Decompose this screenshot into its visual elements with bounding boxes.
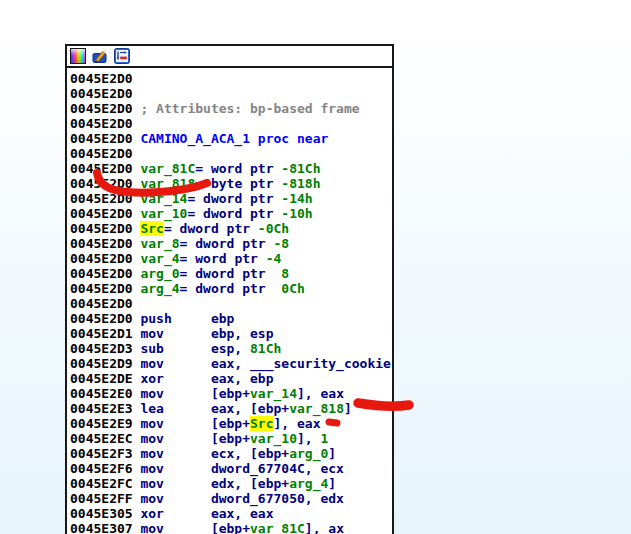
asm-token: xor eax, ebp [140, 371, 273, 386]
asm-line[interactable]: 0045E2EC mov [ebp+var_10], 1 [70, 431, 392, 446]
asm-token: = dword ptr [180, 281, 282, 296]
asm-line[interactable]: 0045E2E9 mov [ebp+Src], eax [70, 416, 392, 431]
asm-line[interactable]: 0045E2D0 var_818= byte ptr -818h [70, 176, 392, 191]
asm-line[interactable]: 0045E2D0 CAMINO_A_ACA_1 proc near [70, 131, 392, 146]
asm-address: 0045E2D0 [70, 281, 140, 296]
asm-token: Src [140, 221, 163, 236]
asm-address: 0045E2F6 [70, 461, 140, 476]
asm-token: var_4 [140, 251, 179, 266]
asm-line[interactable]: 0045E2D1 mov ebp, esp [70, 326, 392, 341]
asm-token: = dword ptr [187, 206, 281, 221]
asm-address: 0045E2FC [70, 476, 140, 491]
asm-token: mov [ebp+ [140, 416, 250, 431]
asm-token: push ebp [140, 311, 234, 326]
asm-token: lea eax, [ebp+ [140, 401, 289, 416]
asm-address: 0045E2D0 [70, 206, 140, 221]
jump-arrows-icon[interactable] [114, 48, 130, 64]
asm-line[interactable]: 0045E2E0 mov [ebp+var_14], eax [70, 386, 392, 401]
asm-token: mov edx, [ebp+ [140, 476, 289, 491]
asm-line[interactable]: 0045E2D0 [70, 116, 392, 131]
asm-token: = word ptr [180, 251, 266, 266]
asm-token: = dword ptr [187, 191, 281, 206]
asm-address: 0045E2D0 [70, 146, 140, 161]
asm-token: arg_4 [140, 281, 179, 296]
desktop-background: { "palette": { "window_bg": "#ffffff", "… [0, 0, 631, 534]
asm-address: 0045E2D9 [70, 356, 140, 371]
asm-line[interactable]: 0045E2D3 sub esp, 81Ch [70, 341, 392, 356]
asm-token: var_81C [140, 161, 195, 176]
asm-token: ], [297, 431, 320, 446]
asm-token: ], eax [274, 416, 321, 431]
asm-line[interactable]: 0045E2D0 arg_0= dword ptr 8 [70, 266, 392, 281]
asm-token: mov [ebp+ [140, 521, 250, 534]
asm-address: 0045E2D0 [70, 86, 140, 101]
asm-line[interactable]: 0045E2D0 [70, 86, 392, 101]
asm-token: var_818 [289, 401, 344, 416]
asm-token: -4 [266, 251, 282, 266]
asm-token: sub esp, [140, 341, 250, 356]
asm-token: var_14 [250, 386, 297, 401]
asm-address: 0045E307 [70, 521, 140, 534]
asm-token: mov ebp, esp [140, 326, 273, 341]
asm-token: -10h [281, 206, 312, 221]
asm-token: CAMINO_A_ACA_1 proc near [140, 131, 328, 146]
asm-line[interactable]: 0045E2E3 lea eax, [ebp+var_818] [70, 401, 392, 416]
asm-token: = dword ptr [180, 266, 282, 281]
asm-token: var_818 [140, 176, 195, 191]
asm-token: -14h [281, 191, 312, 206]
asm-token: ], eax [297, 386, 344, 401]
asm-line[interactable]: 0045E2D0 var_10= dword ptr -10h [70, 206, 392, 221]
asm-address: 0045E2D0 [70, 71, 140, 86]
asm-line[interactable]: 0045E2D0 [70, 146, 392, 161]
asm-line[interactable]: 0045E2D0 push ebp [70, 311, 392, 326]
asm-line[interactable]: 0045E2FF mov dword_677050, edx [70, 491, 392, 506]
asm-line[interactable]: 0045E2D0 var_8= dword ptr -8 [70, 236, 392, 251]
asm-address: 0045E2D0 [70, 266, 140, 281]
asm-line[interactable]: 0045E2D0 arg_4= dword ptr 0Ch [70, 281, 392, 296]
asm-token: mov ecx, [ebp+ [140, 446, 289, 461]
asm-line[interactable]: 0045E2F6 mov dword_67704C, ecx [70, 461, 392, 476]
asm-line[interactable]: 0045E2D0 [70, 296, 392, 311]
asm-address: 0045E2D0 [70, 191, 140, 206]
asm-address: 0045E2D0 [70, 221, 140, 236]
window-toolbar [67, 46, 392, 68]
asm-address: 0045E2D1 [70, 326, 140, 341]
asm-line[interactable]: 0045E2FC mov edx, [ebp+arg_4] [70, 476, 392, 491]
asm-address: 0045E2E0 [70, 386, 140, 401]
asm-address: 0045E2F3 [70, 446, 140, 461]
asm-token: mov dword_677050, edx [140, 491, 344, 506]
asm-token: arg_4 [289, 476, 328, 491]
asm-token: var_8 [140, 236, 179, 251]
asm-line[interactable]: 0045E2D0 var_4= word ptr -4 [70, 251, 392, 266]
asm-line[interactable]: 0045E307 mov [ebp+var_81C], ax [70, 521, 392, 534]
asm-address: 0045E2D0 [70, 131, 140, 146]
asm-address: 0045E2D0 [70, 251, 140, 266]
asm-token: -818h [281, 176, 320, 191]
asm-token: = dword ptr [180, 236, 274, 251]
asm-address: 0045E2D3 [70, 341, 140, 356]
asm-address: 0045E2E9 [70, 416, 140, 431]
asm-address: 0045E2FF [70, 491, 140, 506]
asm-address: 0045E305 [70, 506, 140, 521]
edit-pencil-icon[interactable] [92, 48, 108, 64]
asm-token: var_81C [250, 521, 305, 534]
asm-line[interactable]: 0045E2D0 Src= dword ptr -0Ch [70, 221, 392, 236]
asm-line[interactable]: 0045E2D0 var_81C= word ptr -81Ch [70, 161, 392, 176]
color-palette-icon[interactable] [70, 48, 86, 64]
asm-line[interactable]: 0045E2D0 [70, 71, 392, 86]
asm-address: 0045E2E3 [70, 401, 140, 416]
asm-line[interactable]: 0045E305 xor eax, eax [70, 506, 392, 521]
asm-token: 0Ch [281, 281, 304, 296]
asm-line[interactable]: 0045E2D0 var_14= dword ptr -14h [70, 191, 392, 206]
asm-line[interactable]: 0045E2D0 ; Attributes: bp-based frame [70, 101, 392, 116]
asm-line[interactable]: 0045E2DE xor eax, ebp [70, 371, 392, 386]
asm-token: = word ptr [195, 161, 281, 176]
asm-token: mov [ebp+ [140, 431, 250, 446]
asm-line[interactable]: 0045E2D9 mov eax, ___security_cookie [70, 356, 392, 371]
asm-token: ] [328, 476, 336, 491]
asm-token: Src [250, 416, 273, 431]
asm-address: 0045E2D0 [70, 296, 140, 311]
asm-token: = dword ptr [164, 221, 258, 236]
asm-line[interactable]: 0045E2F3 mov ecx, [ebp+arg_0] [70, 446, 392, 461]
asm-token: var_10 [140, 206, 187, 221]
